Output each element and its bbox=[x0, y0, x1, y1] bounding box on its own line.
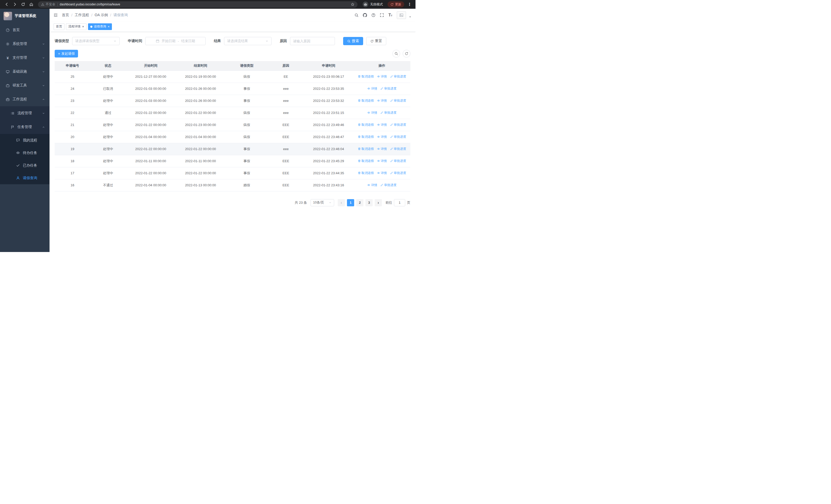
url-text: dashboard.yudao.iocoder.cn/bpm/oa/leave bbox=[60, 3, 120, 6]
detail-link[interactable]: 详情 bbox=[377, 123, 387, 127]
detail-link[interactable]: 详情 bbox=[367, 87, 377, 91]
font-size-button[interactable]: TT bbox=[388, 13, 393, 17]
tab-process-detail[interactable]: 流程详情× bbox=[66, 23, 86, 30]
leave-type-select[interactable]: 请选择请假类型 bbox=[72, 37, 120, 45]
eye-icon bbox=[367, 183, 370, 186]
tab-leave-query[interactable]: 请假查询× bbox=[88, 23, 112, 30]
approval-progress-link[interactable]: 审批进度 bbox=[380, 111, 397, 115]
approval-progress-link[interactable]: 审批进度 bbox=[390, 75, 406, 79]
sidebar-item-todo-tasks[interactable]: 待办任务 bbox=[0, 147, 50, 159]
cancel-leave-link[interactable]: 取消请假 bbox=[358, 147, 374, 151]
table-row: 19处理中2022-01-22 00:00:002022-01-22 00:00… bbox=[55, 143, 410, 155]
reason-cell: EEE bbox=[268, 131, 304, 143]
result-select[interactable]: 请选择流结果 bbox=[224, 37, 271, 45]
reason-cell: eee bbox=[268, 95, 304, 107]
cancel-leave-link[interactable]: 取消请假 bbox=[358, 159, 374, 163]
close-icon[interactable]: × bbox=[82, 25, 84, 28]
detail-link[interactable]: 详情 bbox=[367, 111, 377, 115]
sidebar-item-home[interactable]: 首页 bbox=[0, 23, 50, 37]
refresh-table-button[interactable] bbox=[403, 50, 410, 58]
browser-reload-button[interactable] bbox=[20, 1, 27, 8]
page-button-1[interactable]: 1 bbox=[347, 199, 354, 206]
page-size-select[interactable]: 10条/页 bbox=[311, 199, 334, 206]
browser-menu-icon[interactable]: ⋮ bbox=[407, 2, 412, 7]
cancel-leave-link[interactable]: 取消请假 bbox=[358, 171, 374, 175]
table-row: 23处理中2022-01-03 00:00:002022-01-26 00:00… bbox=[55, 95, 410, 107]
apply-time-cell: 2022-01-22 23:45:29 bbox=[304, 155, 353, 167]
cancel-leave-link[interactable]: 取消请假 bbox=[358, 75, 374, 79]
sidebar-item-payment-management[interactable]: ¥支付管理 bbox=[0, 51, 50, 65]
pen-icon bbox=[390, 135, 393, 138]
create-leave-button[interactable]: + 发起请假 bbox=[55, 50, 78, 58]
close-icon[interactable]: × bbox=[108, 25, 110, 28]
sidebar-item-system-management[interactable]: 系统管理 bbox=[0, 37, 50, 51]
github-link[interactable] bbox=[363, 13, 367, 17]
update-button[interactable]: 更新 bbox=[388, 1, 404, 7]
avatar[interactable] bbox=[397, 11, 406, 19]
approval-progress-link[interactable]: 审批进度 bbox=[390, 159, 406, 163]
next-page-button[interactable]: › bbox=[375, 199, 382, 206]
detail-link[interactable]: 详情 bbox=[377, 135, 387, 139]
detail-link[interactable]: 详情 bbox=[377, 75, 387, 79]
sidebar-item-workflow[interactable]: 工作流程 bbox=[0, 92, 50, 106]
approval-progress-link[interactable]: 审批进度 bbox=[390, 123, 406, 127]
approval-progress-link[interactable]: 审批进度 bbox=[380, 87, 397, 91]
sidebar-item-dev-tools[interactable]: 研发工具 bbox=[0, 79, 50, 92]
dashboard-icon bbox=[5, 28, 10, 32]
apply-time-cell: 2022-01-22 23:49:46 bbox=[304, 119, 353, 131]
apply-time-range-picker[interactable]: 开始日期 - 结束日期 bbox=[145, 37, 206, 45]
page-button-2[interactable]: 2 bbox=[356, 199, 364, 206]
cancel-leave-link[interactable]: 取消请假 bbox=[358, 123, 374, 127]
header-search-button[interactable] bbox=[354, 13, 359, 17]
collapse-sidebar-button[interactable] bbox=[54, 13, 58, 17]
breadcrumb-workflow[interactable]: 工作流程 bbox=[75, 13, 89, 18]
prev-page-button[interactable]: ‹ bbox=[338, 199, 345, 206]
reset-button[interactable]: 重置 bbox=[366, 37, 386, 45]
page-button-3[interactable]: 3 bbox=[366, 199, 373, 206]
reason-cell: eee bbox=[268, 143, 304, 155]
cancel-leave-link[interactable]: 取消请假 bbox=[358, 135, 374, 139]
sidebar-item-my-process[interactable]: 我的流程 bbox=[0, 134, 50, 147]
browser-back-button[interactable] bbox=[3, 1, 10, 8]
approval-progress-link[interactable]: 审批进度 bbox=[380, 183, 397, 187]
cancel-leave-link[interactable]: 取消请假 bbox=[358, 98, 374, 103]
reason-cell: eee bbox=[268, 83, 304, 95]
detail-link[interactable]: 详情 bbox=[367, 183, 377, 187]
sidebar-item-done-tasks[interactable]: 已办任务 bbox=[0, 159, 50, 172]
end-time-cell: 2022-01-04 00:00:00 bbox=[175, 131, 225, 143]
approval-progress-link[interactable]: 审批进度 bbox=[390, 98, 406, 103]
approval-progress-link[interactable]: 审批进度 bbox=[390, 171, 406, 175]
sidebar-item-process-management[interactable]: 流程管理 bbox=[0, 106, 50, 120]
bookmark-star-icon[interactable] bbox=[351, 3, 354, 6]
end-time-cell: 2022-01-19 00:00:00 bbox=[175, 70, 225, 83]
approval-progress-link[interactable]: 审批进度 bbox=[390, 135, 406, 139]
start-time-cell: 2022-01-22 00:00:00 bbox=[126, 143, 175, 155]
search-button[interactable]: 搜索 bbox=[343, 37, 363, 45]
detail-link[interactable]: 详情 bbox=[377, 171, 387, 175]
browser-forward-button[interactable] bbox=[11, 1, 19, 8]
toggle-search-button[interactable] bbox=[393, 50, 400, 58]
security-chip[interactable]: 不安全 bbox=[41, 2, 55, 7]
approval-progress-link[interactable]: 审批进度 bbox=[390, 147, 406, 151]
sidebar-item-task-management[interactable]: 任务管理 bbox=[0, 120, 50, 134]
detail-link[interactable]: 详情 bbox=[377, 98, 387, 103]
chevron-down-icon bbox=[42, 84, 45, 87]
address-bar[interactable]: 不安全 dashboard.yudao.iocoder.cn/bpm/oa/le… bbox=[38, 1, 357, 8]
sidebar-item-infrastructure[interactable]: 基础设施 bbox=[0, 65, 50, 79]
op-label: 详情 bbox=[381, 123, 387, 127]
detail-link[interactable]: 详情 bbox=[377, 147, 387, 151]
detail-link[interactable]: 详情 bbox=[377, 159, 387, 163]
sidebar-item-leave-query[interactable]: 请假查询 bbox=[0, 172, 50, 184]
breadcrumb-home[interactable]: 首页 bbox=[62, 13, 69, 18]
plus-icon: + bbox=[58, 52, 60, 55]
reason-input[interactable] bbox=[290, 37, 335, 45]
fullscreen-button[interactable] bbox=[380, 13, 384, 17]
help-button[interactable] bbox=[371, 13, 375, 17]
breadcrumb-oa-example[interactable]: OA 示例 bbox=[95, 13, 108, 18]
tab-home[interactable]: 首页 bbox=[54, 23, 64, 30]
chevron-down-icon bbox=[42, 70, 45, 73]
search-icon bbox=[395, 52, 398, 55]
goto-page-input[interactable] bbox=[394, 199, 405, 206]
browser-home-button[interactable] bbox=[28, 1, 35, 8]
leave-type-cell: 病假 bbox=[225, 70, 268, 83]
